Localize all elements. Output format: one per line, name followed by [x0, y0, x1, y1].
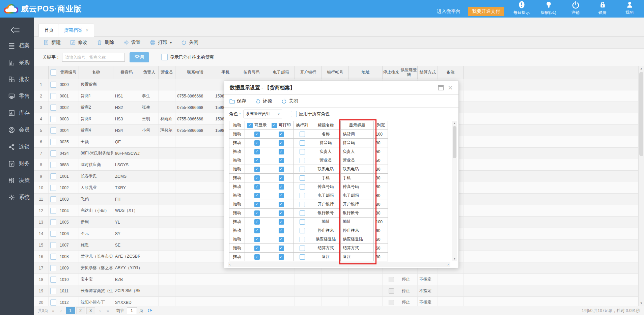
row-checkbox[interactable]	[50, 150, 56, 156]
wrap-checkbox[interactable]	[300, 167, 305, 172]
sidebar-item-chain[interactable]: 连锁	[0, 138, 34, 155]
row-checkbox[interactable]	[50, 277, 56, 283]
show-checkbox[interactable]	[254, 140, 260, 146]
wrap-checkbox[interactable]	[300, 202, 305, 207]
show-checkbox[interactable]	[254, 202, 260, 207]
vertical-scrollbar[interactable]: ▲ ▼	[638, 66, 644, 306]
print-checkbox[interactable]	[279, 175, 284, 181]
lock-screen-button[interactable]: 锁屏	[593, 1, 612, 16]
tab-home[interactable]: 首页	[38, 24, 59, 37]
dialog-close-icon[interactable]: ✕	[448, 84, 453, 92]
row-checkbox[interactable]	[50, 219, 56, 225]
settings-button[interactable]: 设置	[123, 39, 141, 46]
dialog-save-button[interactable]: 保存	[229, 98, 246, 104]
search-button[interactable]: 查询	[130, 52, 149, 62]
row-checkbox[interactable]	[50, 265, 56, 271]
open-payment-button[interactable]: 我要开通支付	[468, 7, 504, 16]
row-checkbox[interactable]	[50, 231, 56, 237]
row-checkbox[interactable]	[50, 173, 56, 179]
dialog-close-button[interactable]: 关闭	[281, 98, 298, 104]
row-checkbox[interactable]	[50, 185, 56, 191]
page-button[interactable]: 3	[86, 307, 95, 314]
print-checkbox[interactable]	[279, 132, 284, 137]
drag-handle[interactable]: 拖动	[229, 130, 245, 139]
drag-handle[interactable]: 拖动	[229, 182, 245, 191]
wrap-checkbox[interactable]	[300, 149, 305, 154]
edit-button[interactable]: 修改	[70, 39, 87, 46]
drag-handle[interactable]: 拖动	[229, 174, 245, 182]
sidebar-item-retail[interactable]: 零售	[0, 88, 34, 105]
new-button[interactable]: 新建	[43, 39, 61, 46]
sidebar-item-decision[interactable]: 决策	[0, 172, 34, 189]
scroll-down-icon[interactable]: ▼	[452, 256, 457, 261]
show-checkbox[interactable]	[254, 167, 260, 172]
print-checkbox[interactable]	[279, 254, 284, 260]
keyword-input[interactable]	[62, 53, 125, 62]
wrap-checkbox[interactable]	[300, 219, 305, 225]
drag-handle[interactable]: 拖动	[229, 253, 245, 261]
page-button[interactable]: 2	[76, 307, 85, 314]
show-checkbox[interactable]	[254, 219, 260, 225]
show-checkbox[interactable]	[254, 184, 260, 190]
sidebar-item-member[interactable]: 会员	[0, 121, 34, 138]
print-checkbox[interactable]	[279, 210, 284, 216]
print-button[interactable]: 打印 ▾	[150, 39, 172, 46]
scroll-right-icon[interactable]: ›	[446, 262, 450, 267]
role-select[interactable]: 系统管理员组 ∨	[244, 110, 282, 118]
print-checkbox[interactable]	[279, 149, 284, 154]
wrap-checkbox[interactable]	[300, 158, 305, 163]
print-checkbox[interactable]	[279, 237, 284, 242]
show-checkbox[interactable]	[254, 228, 260, 233]
wrap-checkbox[interactable]	[300, 228, 305, 233]
wrap-checkbox[interactable]	[300, 184, 305, 190]
print-checkbox[interactable]	[279, 202, 284, 207]
print-checkbox[interactable]	[279, 167, 284, 172]
print-checkbox[interactable]	[279, 184, 284, 190]
table-row[interactable]: 19 1011 长春沛霖商贸（生 ZCPLSM（SM 停止 不指定	[34, 285, 639, 297]
print-checkbox[interactable]	[279, 228, 284, 233]
print-checkbox[interactable]	[279, 193, 284, 198]
apply-all-checkbox[interactable]	[291, 111, 297, 117]
scroll-left-icon[interactable]: ‹	[228, 262, 232, 267]
scroll-down-icon[interactable]: ▼	[639, 300, 644, 306]
dialog-restore-button[interactable]: 还原	[255, 98, 272, 104]
print-checkbox[interactable]	[279, 246, 284, 251]
wrap-checkbox[interactable]	[300, 254, 305, 260]
next-page-icon[interactable]: ›	[97, 308, 103, 313]
sidebar-item-inventory[interactable]: 库存	[0, 105, 34, 121]
drag-handle[interactable]: 拖动	[229, 191, 245, 200]
wrap-checkbox[interactable]	[300, 193, 305, 198]
stop-checkbox[interactable]	[389, 288, 394, 294]
refresh-icon[interactable]: ⟳	[148, 307, 152, 314]
tab-close-icon[interactable]: ×	[86, 28, 88, 33]
row-checkbox[interactable]	[50, 299, 56, 306]
row-checkbox[interactable]	[50, 254, 56, 260]
sidebar-collapse-button[interactable]	[10, 26, 34, 34]
show-checkbox[interactable]	[254, 175, 260, 181]
sidebar-item-system[interactable]: 系统	[0, 189, 34, 206]
print-checkbox[interactable]	[279, 158, 284, 163]
drag-handle[interactable]: 拖动	[229, 244, 245, 253]
page-button[interactable]: 1	[66, 307, 75, 314]
last-page-icon[interactable]: »	[105, 308, 111, 313]
dialog-horizontal-scrollbar[interactable]: ‹ ›	[228, 262, 450, 267]
drag-handle[interactable]: 拖动	[229, 218, 245, 226]
sidebar-item-purchase[interactable]: 采购	[0, 54, 34, 71]
select-all-checkbox[interactable]	[50, 69, 56, 76]
drag-handle[interactable]: 拖动	[229, 209, 245, 218]
show-checkbox[interactable]	[254, 149, 260, 154]
row-checkbox[interactable]	[50, 139, 56, 145]
show-checkbox[interactable]	[254, 254, 260, 260]
show-checkbox[interactable]	[254, 246, 260, 251]
row-checkbox[interactable]	[50, 162, 56, 168]
row-checkbox[interactable]	[50, 242, 56, 248]
show-checkbox[interactable]	[254, 132, 260, 137]
wrap-checkbox[interactable]	[300, 140, 305, 146]
row-checkbox[interactable]	[50, 116, 56, 122]
stop-checkbox[interactable]	[389, 300, 394, 305]
wrap-checkbox[interactable]	[300, 237, 305, 242]
row-checkbox[interactable]	[50, 196, 56, 202]
row-checkbox[interactable]	[50, 82, 56, 88]
dialog-vertical-scrollbar[interactable]: ▲ ▼	[452, 121, 457, 261]
row-checkbox[interactable]	[50, 93, 56, 99]
